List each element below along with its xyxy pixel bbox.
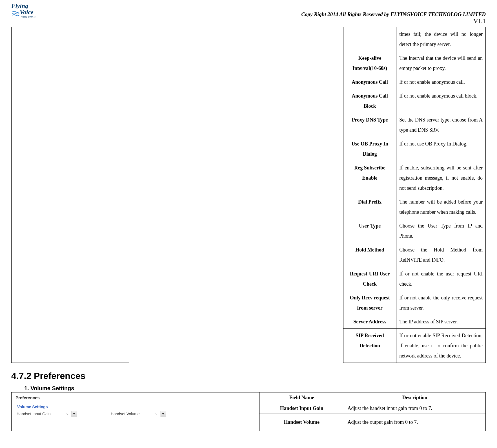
cell-field-name: Anonymous Call: [343, 75, 396, 89]
dropdown-icon: [161, 411, 166, 417]
cell-field-name: Dial Prefix: [343, 195, 396, 219]
cell-description: times fail; the device will no longer de…: [396, 27, 486, 51]
cell-description: If or not use OB Proxy In Dialog.: [396, 137, 486, 161]
handset-volume-label: Handset Volume: [111, 412, 140, 416]
page-header: Flying Voice Voice over IP Copy Right 20…: [11, 3, 486, 25]
volume-description-table: Field Name Description Handset Input Gai…: [259, 392, 485, 431]
cell-field-name: Keep-alive Interval(10-60s): [343, 51, 396, 75]
cell-description: If or not enable SIP Received Detection,…: [396, 329, 486, 363]
handset-input-gain-field: Handset Input Gain 5: [17, 411, 77, 417]
table-row: times fail; the device will no longer de…: [343, 27, 486, 51]
table-row: Server AddressThe IP address of SIP serv…: [343, 315, 486, 329]
table-header-row: Field Name Description: [259, 392, 485, 403]
table-row: User TypeChoose the User Type from IP an…: [343, 219, 486, 243]
cell-field-name: Request-URI User Check: [343, 267, 396, 291]
svg-marker-0: [73, 413, 75, 415]
cell-field-name: Handset Volume: [259, 414, 344, 431]
cell-description: If enable, subscribing will be sent afte…: [396, 161, 486, 195]
cell-field-name: Server Address: [343, 315, 396, 329]
cell-description: If or not enable the user request URI ch…: [396, 267, 486, 291]
table-row: Hold MethodChoose the Hold Method from R…: [343, 243, 486, 267]
cell-description: If or not enable anonymous call.: [396, 75, 486, 89]
cell-description: The number will be added before your tel…: [396, 195, 486, 219]
handset-input-gain-select[interactable]: 5: [64, 411, 77, 417]
cell-description: Adjust the handset input gain from 0 to …: [344, 403, 485, 414]
cell-field-name: Anonymous Call Block: [343, 89, 396, 113]
top-table-left-pad: [11, 27, 129, 363]
cell-field-name: SIP Received Detection: [343, 329, 396, 363]
cell-description: Adjust the output gain from 0 to 7.: [344, 414, 485, 431]
cell-field-name: User Type: [343, 219, 396, 243]
cell-field-name: Use OB Proxy In Dialog: [343, 137, 396, 161]
handset-volume-field: Handset Volume 5: [111, 411, 166, 417]
handset-input-gain-label: Handset Input Gain: [17, 412, 51, 416]
top-table-wrap: times fail; the device will no longer de…: [11, 27, 486, 363]
logo: Flying Voice Voice over IP: [11, 3, 45, 20]
header-right: Copy Right 2014 All Rights Reserved by F…: [45, 3, 486, 25]
cell-description: Choose the Hold Method from ReINVITE and…: [396, 243, 486, 267]
table-row: SIP Received DetectionIf or not enable S…: [343, 329, 486, 363]
table-row: Dial PrefixThe number will be added befo…: [343, 195, 486, 219]
cell-description: If or not enable the only receive reques…: [396, 291, 486, 315]
cell-field-name: [343, 27, 396, 51]
cell-description: Choose the User Type from IP and Phone.: [396, 219, 486, 243]
logo-text-line1: Flying: [11, 3, 45, 9]
logo-subtitle: Voice over IP: [21, 15, 45, 18]
cell-description: Set the DNS server type, choose from A t…: [396, 113, 486, 137]
cell-field-name: Hold Method: [343, 243, 396, 267]
table-row: Request-URI User CheckIf or not enable t…: [343, 267, 486, 291]
dropdown-icon: [72, 411, 77, 417]
handset-volume-select[interactable]: 5: [153, 411, 166, 417]
section-heading: 4.7.2 Preferences: [11, 371, 486, 381]
cell-field-name: Handset Input Gain: [259, 403, 344, 414]
version-text: V1.1: [45, 17, 486, 25]
svg-marker-1: [162, 413, 164, 415]
cell-description: The IP address of SIP server.: [396, 315, 486, 329]
table-row: Handset Input Gain Adjust the handset in…: [259, 403, 485, 414]
handset-volume-value: 5: [153, 412, 161, 416]
table-row: Keep-alive Interval(10-60s)The interval …: [343, 51, 486, 75]
table-row: Anonymous CallIf or not enable anonymous…: [343, 75, 486, 89]
copyright-text: Copy Right 2014 All Rights Reserved by F…: [45, 11, 486, 17]
voice-wave-icon: [12, 11, 20, 16]
table-row: Proxy DNS TypeSet the DNS server type, c…: [343, 113, 486, 137]
table-row: Anonymous Call BlockIf or not enable ano…: [343, 89, 486, 113]
volume-settings-legend: Volume Settings: [15, 405, 255, 409]
table-row: Reg Subscribe EnableIf enable, subscribi…: [343, 161, 486, 195]
field-description-table: times fail; the device will no longer de…: [343, 27, 486, 363]
preferences-panel-title: Preferences: [15, 395, 255, 400]
handset-input-gain-value: 5: [64, 412, 72, 416]
cell-field-name: Only Recv request from server: [343, 291, 396, 315]
logo-text-line2: Voice: [20, 9, 45, 15]
cell-description: If or not enable anonymous call block.: [396, 89, 486, 113]
preferences-block: Preferences Volume Settings Handset Inpu…: [11, 392, 486, 431]
col-header-description: Description: [344, 392, 485, 403]
cell-field-name: Proxy DNS Type: [343, 113, 396, 137]
table-row: Use OB Proxy In DialogIf or not use OB P…: [343, 137, 486, 161]
col-header-field-name: Field Name: [259, 392, 344, 403]
sub-heading: 1. Volume Settings: [24, 385, 486, 392]
table-row: Only Recv request from serverIf or not e…: [343, 291, 486, 315]
cell-field-name: Reg Subscribe Enable: [343, 161, 396, 195]
cell-description: The interval that the device will send a…: [396, 51, 486, 75]
preferences-screenshot: Preferences Volume Settings Handset Inpu…: [12, 392, 259, 431]
table-row: Handset Volume Adjust the output gain fr…: [259, 414, 485, 431]
